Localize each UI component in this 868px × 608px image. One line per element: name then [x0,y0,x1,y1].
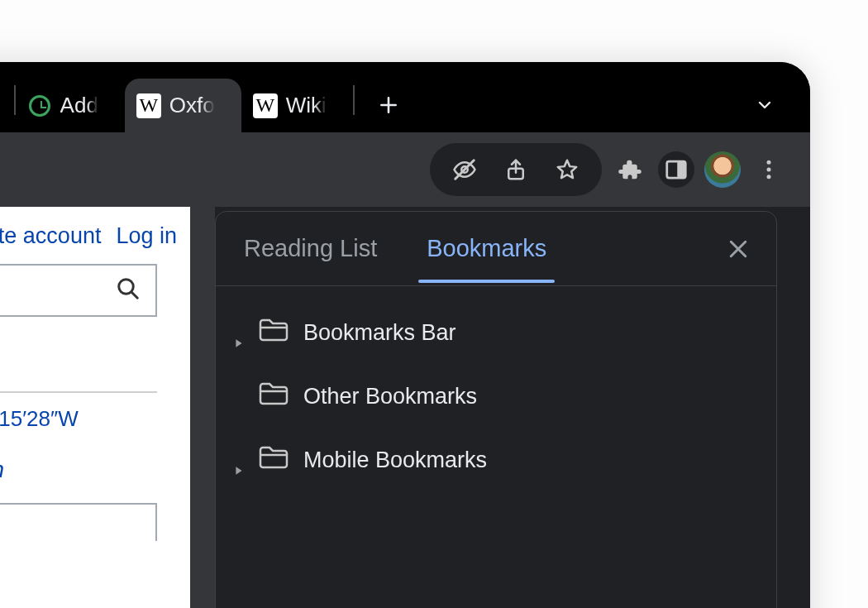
wikipedia-icon: W [136,93,161,118]
folder-label: Mobile Bookmarks [303,448,487,473]
tab-title: Add [60,93,98,118]
side-gap [190,207,215,608]
expand-triangle-icon[interactable] [234,328,244,338]
separator [0,391,157,393]
close-panel-button[interactable] [720,231,756,267]
panel-tablist: Reading List Bookmarks [216,212,776,286]
folder-other-bookmarks[interactable]: Other Bookmarks [224,365,768,428]
tab-strip: med Add W Oxfo W Wiki [0,62,810,132]
expand-spacer [234,392,244,402]
folder-bookmarks-bar[interactable]: Bookmarks Bar [224,301,768,365]
hide-icon[interactable] [446,151,483,188]
star-icon[interactable] [549,151,585,188]
omnibox-action-group [430,143,602,196]
svg-point-4 [767,160,771,165]
svg-point-6 [767,175,771,179]
expand-triangle-icon[interactable] [234,456,244,466]
tab-separator [353,85,355,115]
tab-title: Oxfo [169,93,215,118]
web-page: te account Log in 5′07″N 1°15′28″W d Eng… [0,207,190,608]
bookmarks-side-panel: Reading List Bookmarks Bookmarks Bar [215,211,777,608]
coordinates-link[interactable]: 5′07″N 1°15′28″W [0,406,157,432]
profile-avatar[interactable] [704,151,741,188]
tab-1[interactable]: Add [16,79,125,132]
svg-rect-3 [677,161,685,178]
close-icon[interactable] [223,92,233,120]
close-icon[interactable] [107,92,117,120]
tab-reading-list[interactable]: Reading List [236,215,385,282]
page-account-links: te account Log in [0,215,182,264]
folder-icon [259,381,289,412]
browser-toolbar [0,132,810,207]
infobox-top [0,503,157,541]
content-area: te account Log in 5′07″N 1°15′28″W d Eng… [0,207,810,608]
page-search-field[interactable] [0,264,157,317]
tab-2-active[interactable]: W Oxfo [125,79,241,132]
extensions-icon[interactable] [612,151,648,188]
new-tab-button[interactable] [368,84,409,126]
close-icon[interactable] [0,92,6,120]
search-icon [116,276,141,304]
folder-icon [259,445,289,476]
close-icon[interactable] [335,92,345,120]
create-account-link[interactable]: te account [0,223,101,249]
bookmark-folder-list: Bookmarks Bar Other Bookmarks [216,286,776,507]
clock-icon [27,93,52,118]
tab-3[interactable]: W Wiki [241,79,353,132]
share-icon[interactable] [498,151,534,188]
tab-title: Wiki [286,93,327,118]
tab-list-dropdown[interactable] [744,84,785,126]
overflow-menu-icon[interactable] [751,151,787,188]
tab-0[interactable]: med [0,79,14,132]
tab-bookmarks[interactable]: Bookmarks [418,215,555,282]
folder-mobile-bookmarks[interactable]: Mobile Bookmarks [224,428,768,492]
folder-label: Other Bookmarks [303,384,477,409]
svg-point-5 [767,168,771,172]
folder-label: Bookmarks Bar [303,320,456,346]
wikipedia-icon: W [253,93,278,118]
english-link[interactable]: d English [0,457,182,483]
login-link[interactable]: Log in [116,223,177,249]
side-panel-toggle-icon[interactable] [658,151,694,188]
folder-icon [259,318,289,348]
browser-window: med Add W Oxfo W Wiki [0,62,810,608]
